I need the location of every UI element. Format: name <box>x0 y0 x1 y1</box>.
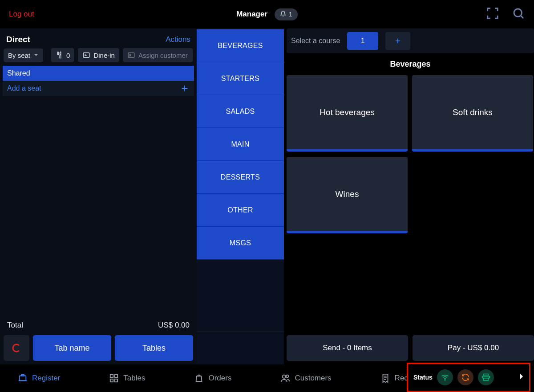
user-card-icon <box>127 51 135 59</box>
svg-rect-2 <box>128 53 134 58</box>
total-value: US$ 0.00 <box>158 321 190 330</box>
receipt-icon <box>380 373 390 383</box>
bag-icon <box>194 373 204 383</box>
svg-point-9 <box>283 375 286 378</box>
cutlery-chip[interactable]: 0 <box>51 48 74 62</box>
svg-point-3 <box>129 54 131 56</box>
order-title: Direct <box>6 35 30 44</box>
nav-orders[interactable]: Orders <box>194 373 231 383</box>
wifi-icon <box>441 373 449 382</box>
plus-icon <box>180 84 190 93</box>
cat-main[interactable]: MAIN <box>197 128 284 161</box>
svg-point-10 <box>286 375 289 378</box>
tab-name-button[interactable]: Tab name <box>33 335 111 361</box>
tile-hot-beverages[interactable]: Hot beverages <box>287 75 408 152</box>
menu-heading: Beverages <box>287 58 534 75</box>
course-number-button[interactable]: 1 <box>347 32 378 50</box>
cat-starters[interactable]: STARTERS <box>197 62 284 95</box>
ticket-icon <box>82 51 90 59</box>
status-expand[interactable] <box>519 373 524 381</box>
svg-rect-4 <box>20 376 26 381</box>
register-icon <box>18 373 28 383</box>
shared-row[interactable]: Shared <box>3 66 194 81</box>
svg-rect-7 <box>110 379 113 382</box>
cat-salads[interactable]: SALADS <box>197 95 284 128</box>
cat-other[interactable]: OTHER <box>197 194 284 227</box>
svg-point-0 <box>514 9 522 17</box>
status-label: Status <box>413 374 433 381</box>
tables-button[interactable]: Tables <box>115 335 193 361</box>
search-icon[interactable] <box>512 7 525 22</box>
select-course-label: Select a course <box>291 37 340 45</box>
cat-beverages[interactable]: BEVERAGES <box>197 29 284 62</box>
total-label: Total <box>7 321 23 330</box>
svg-rect-12 <box>484 374 488 376</box>
svg-point-11 <box>445 380 445 380</box>
tile-soft-drinks[interactable]: Soft drinks <box>412 75 533 152</box>
cat-desserts[interactable]: DESSERTS <box>197 161 284 194</box>
fullscreen-icon[interactable] <box>486 7 499 22</box>
chevron-down-icon <box>33 52 39 58</box>
page-title: Manager <box>236 10 267 19</box>
send-button[interactable]: Send - 0 Items <box>287 335 408 361</box>
nav-customers[interactable]: Customers <box>280 373 331 383</box>
order-panel: Direct Actions By seat 0 Dine-in Assign … <box>0 28 197 364</box>
caret-right-icon <box>519 373 524 380</box>
status-wifi[interactable] <box>437 369 453 385</box>
logout-link[interactable]: Log out <box>9 10 34 19</box>
svg-rect-5 <box>110 375 113 377</box>
nav-register[interactable]: Register <box>18 373 60 383</box>
c-icon <box>10 342 23 354</box>
dine-in-chip[interactable]: Dine-in <box>78 48 119 62</box>
notifications-pill[interactable]: 1 <box>275 8 298 20</box>
bell-icon <box>280 11 286 18</box>
by-seat-dropdown[interactable]: By seat <box>4 48 43 62</box>
plus-icon <box>394 37 402 45</box>
cutlery-icon <box>55 51 63 59</box>
sync-icon <box>461 373 470 382</box>
tile-wines[interactable]: Wines <box>287 157 408 233</box>
cat-msgs[interactable]: MSGS <box>197 227 284 260</box>
add-seat-row[interactable]: Add a seat <box>3 81 194 96</box>
status-printer[interactable] <box>478 369 494 385</box>
status-sync[interactable] <box>457 369 473 385</box>
nav-tables[interactable]: Tables <box>109 373 145 383</box>
assign-customer-chip[interactable]: Assign customer <box>123 48 193 62</box>
grid-icon <box>109 373 119 383</box>
notif-count: 1 <box>289 11 292 18</box>
svg-rect-6 <box>115 375 117 377</box>
clear-button[interactable] <box>4 335 29 361</box>
status-callout: Status <box>407 363 530 392</box>
users-icon <box>280 373 290 383</box>
printer-icon <box>481 373 490 382</box>
add-course-button[interactable] <box>385 32 410 50</box>
pay-button[interactable]: Pay - US$ 0.00 <box>413 335 534 361</box>
category-column: BEVERAGES STARTERS SALADS MAIN DESSERTS … <box>197 28 284 364</box>
actions-link[interactable]: Actions <box>166 35 190 44</box>
svg-rect-13 <box>484 378 488 381</box>
svg-rect-8 <box>115 379 117 382</box>
